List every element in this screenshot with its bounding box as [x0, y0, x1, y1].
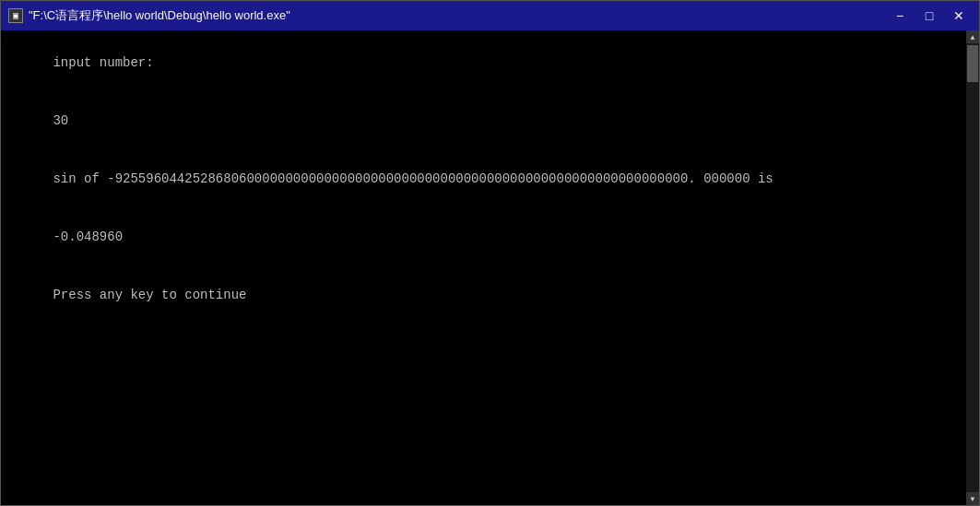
console-output: input number: 30 sin of -925596044252868… [6, 34, 974, 324]
close-button[interactable]: ✕ [946, 6, 972, 26]
scrollbar-thumb[interactable] [967, 45, 978, 82]
scroll-up-arrow[interactable]: ▲ [966, 30, 979, 43]
output-line-4: -0.048960 [53, 229, 123, 244]
window-title: "F:\C语言程序\hello world\Debug\hello world.… [29, 7, 290, 24]
minimize-button[interactable]: − [887, 6, 913, 26]
title-bar: ▣ "F:\C语言程序\hello world\Debug\hello worl… [1, 1, 979, 30]
app-icon: ▣ [8, 8, 23, 23]
output-line-3: sin of -92559604425286806000000000000000… [53, 171, 773, 186]
console-body: input number: 30 sin of -925596044252868… [1, 30, 979, 505]
window: ▣ "F:\C语言程序\hello world\Debug\hello worl… [0, 0, 980, 506]
title-bar-left: ▣ "F:\C语言程序\hello world\Debug\hello worl… [8, 7, 290, 24]
output-line-1: input number: [53, 55, 153, 70]
output-line-5: Press any key to continue [53, 288, 246, 302]
output-line-2: 30 [53, 113, 68, 128]
scroll-down-arrow[interactable]: ▼ [966, 492, 979, 505]
window-controls: − □ ✕ [887, 6, 972, 26]
maximize-button[interactable]: □ [916, 6, 942, 26]
scrollbar[interactable]: ▲ ▼ [966, 30, 979, 505]
